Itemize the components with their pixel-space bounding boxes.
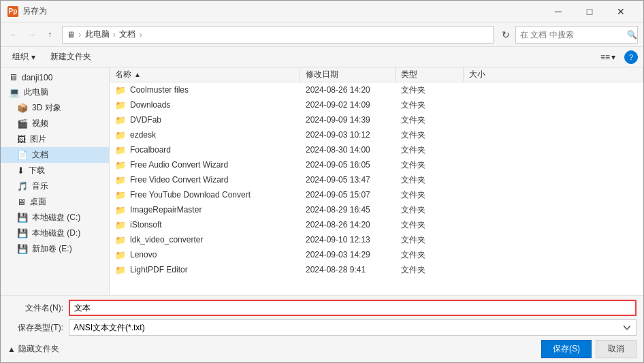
organize-button[interactable]: 组织 ▾: [6, 49, 42, 65]
cancel-button[interactable]: 取消: [596, 340, 637, 358]
forward-button[interactable]: →: [24, 27, 40, 43]
sidebar-label-danji100: danji100: [22, 73, 52, 82]
view-options[interactable]: ≡≡ ▾: [597, 50, 619, 64]
download-icon: ⬇: [17, 165, 25, 176]
file-type: 文件夹: [396, 157, 464, 172]
file-date: 2024-08-26 14:20: [300, 82, 396, 97]
table-row[interactable]: 📁 Free YouTube Download Convert 2024-09-…: [110, 187, 643, 202]
hide-files-button[interactable]: ▲ 隐藏文件夹: [7, 343, 59, 355]
maximize-button[interactable]: □: [574, 1, 605, 22]
col-header-type[interactable]: 类型: [396, 67, 464, 82]
folder-icon: 📁: [115, 190, 126, 200]
sidebar-item-3d[interactable]: 📦 3D 对象: [1, 100, 109, 116]
file-size: [464, 82, 643, 97]
folder-icon: 📁: [115, 130, 126, 140]
sidebar-item-diske[interactable]: 💾 新加卷 (E:): [1, 241, 109, 257]
sidebar-item-danji100[interactable]: 🖥 danji100: [1, 70, 109, 84]
minimize-button[interactable]: ─: [543, 1, 574, 22]
sidebar-item-document[interactable]: 📄 文档: [1, 147, 109, 163]
file-name: Free YouTube Download Convert: [130, 190, 251, 200]
breadcrumb-part-1: 此电脑: [85, 29, 110, 40]
breadcrumb[interactable]: 🖥 › 此电脑 › 文档 ›: [62, 26, 494, 44]
folder-icon: 📁: [115, 220, 126, 230]
sidebar-item-picture[interactable]: 🖼 图片: [1, 131, 109, 147]
file-type: 文件夹: [396, 232, 464, 247]
sidebar-label-3d: 3D 对象: [32, 102, 61, 114]
table-row[interactable]: 📁 Lenovo 2024-09-03 14:29 文件夹: [110, 247, 643, 262]
search-input[interactable]: [516, 30, 626, 40]
view-icon: ≡≡: [600, 52, 610, 62]
table-row[interactable]: 📁 Free Audio Convert Wizard 2024-09-05 1…: [110, 157, 643, 172]
filetype-select[interactable]: ANSI文本文件(*.txt): [69, 319, 637, 336]
folder-icon: 📁: [115, 100, 126, 110]
filename-input[interactable]: [69, 300, 637, 316]
sidebar-item-music[interactable]: 🎵 音乐: [1, 178, 109, 194]
col-header-size[interactable]: 大小: [464, 67, 643, 82]
actions-toolbar: 组织 ▾ 新建文件夹 ≡≡ ▾ ?: [1, 47, 643, 67]
sidebar-item-video[interactable]: 🎬 视频: [1, 116, 109, 131]
search-box: 🔍: [515, 26, 638, 44]
hide-files-arrow: ▲: [7, 345, 16, 354]
sidebar-label-download: 下载: [29, 165, 45, 176]
diskd-icon: 💾: [17, 228, 28, 238]
table-row[interactable]: 📁 Free Video Convert Wizard 2024-09-05 1…: [110, 172, 643, 187]
folder-icon: 📁: [115, 265, 126, 275]
table-row[interactable]: 📁 ImageRepairMaster 2024-08-29 16:45 文件夹: [110, 202, 643, 217]
file-type: 文件夹: [396, 97, 464, 112]
picture-icon: 🖼: [17, 134, 26, 144]
breadcrumb-root-icon: 🖥: [67, 30, 75, 40]
file-name: iStonsoft: [130, 220, 162, 230]
sidebar-label-video: 视频: [32, 118, 48, 129]
table-row[interactable]: 📁 Focalboard 2024-08-30 14:00 文件夹: [110, 142, 643, 157]
table-row[interactable]: 📁 DVDFab 2024-09-09 14:39 文件夹: [110, 112, 643, 127]
col-type-label: 类型: [401, 69, 417, 80]
file-size: [464, 202, 643, 217]
file-date: 2024-09-03 10:12: [300, 127, 396, 142]
bottom-actions: ▲ 隐藏文件夹 保存(S) 取消: [7, 340, 637, 358]
sidebar-item-thispc[interactable]: 💻 此电脑: [1, 84, 109, 100]
table-row[interactable]: 📁 iStonsoft 2024-08-26 14:20 文件夹: [110, 217, 643, 232]
col-date-label: 修改日期: [306, 69, 338, 80]
file-name: ldk_video_converter: [130, 235, 203, 244]
file-name: Downloads: [130, 100, 170, 110]
sidebar-label-thispc: 此电脑: [24, 86, 48, 98]
file-size: [464, 97, 643, 112]
col-name-label: 名称: [115, 69, 131, 80]
new-folder-button[interactable]: 新建文件夹: [44, 49, 97, 65]
col-sort-icon: ▲: [134, 71, 141, 78]
filetype-label: 保存类型(T):: [7, 322, 69, 334]
col-header-date[interactable]: 修改日期: [300, 67, 396, 82]
sidebar-label-music: 音乐: [32, 180, 48, 192]
close-button[interactable]: ✕: [605, 1, 637, 22]
nav-toolbar: ← → ↑ 🖥 › 此电脑 › 文档 › ↻ 🔍: [1, 22, 643, 47]
file-name: LightPDF Editor: [130, 265, 188, 274]
file-name: DVDFab: [130, 115, 161, 125]
help-button[interactable]: ?: [624, 50, 638, 64]
table-row[interactable]: 📁 Downloads 2024-09-02 14:09 文件夹: [110, 97, 643, 112]
file-name: ezdesk: [130, 130, 156, 140]
table-row[interactable]: 📁 Coolmuster files 2024-08-26 14:20 文件夹: [110, 82, 643, 97]
up-button[interactable]: ↑: [42, 27, 58, 43]
sidebar-item-diskc[interactable]: 💾 本地磁盘 (C:): [1, 210, 109, 225]
refresh-button[interactable]: ↻: [498, 27, 514, 43]
folder-icon: 📁: [115, 205, 126, 215]
sidebar-item-diskd[interactable]: 💾 本地磁盘 (D:): [1, 225, 109, 241]
folder-icon: 📁: [115, 115, 126, 125]
save-button[interactable]: 保存(S): [541, 340, 592, 358]
table-row[interactable]: 📁 ldk_video_converter 2024-09-10 12:13 文…: [110, 232, 643, 247]
diske-icon: 💾: [17, 244, 28, 254]
col-header-name[interactable]: 名称 ▲: [110, 67, 300, 82]
document-icon: 📄: [17, 150, 28, 160]
organize-dropdown-icon: ▾: [31, 52, 35, 62]
file-size: [464, 127, 643, 142]
table-row[interactable]: 📁 LightPDF Editor 2024-08-28 9:41 文件夹: [110, 262, 643, 277]
file-type: 文件夹: [396, 247, 464, 262]
back-button[interactable]: ←: [6, 27, 22, 43]
view-dropdown-icon: ▾: [611, 52, 615, 62]
file-type: 文件夹: [396, 142, 464, 157]
search-button[interactable]: 🔍: [626, 27, 637, 43]
file-type: 文件夹: [396, 127, 464, 142]
sidebar-item-desktop[interactable]: 🖥 桌面: [1, 194, 109, 210]
sidebar-item-download[interactable]: ⬇ 下载: [1, 163, 109, 178]
table-row[interactable]: 📁 ezdesk 2024-09-03 10:12 文件夹: [110, 127, 643, 142]
